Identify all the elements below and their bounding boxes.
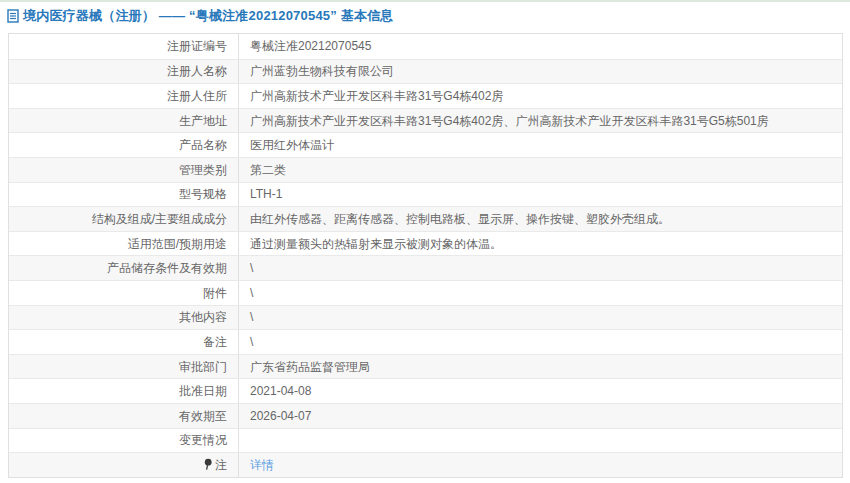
- table-row: 型号规格LTH-1: [9, 182, 842, 207]
- table-row: 注册证编号粤械注准20212070545: [9, 34, 842, 59]
- row-label-text: 注册人住所: [167, 90, 227, 102]
- row-label: 管理类别: [9, 158, 239, 182]
- row-value: LTH-1: [239, 188, 842, 200]
- row-label: 审批部门: [9, 355, 239, 379]
- pin-icon: [203, 458, 213, 471]
- row-label-text: 注册证编号: [167, 40, 227, 52]
- row-value: 广州高新技术产业开发区科丰路31号G4栋402房: [239, 90, 842, 102]
- page-header: 境内医疗器械（注册） —— “粤械注准20212070545” 基本信息: [7, 7, 394, 25]
- table-row: 审批部门广东省药品监督管理局: [9, 354, 842, 379]
- table-row: 备注\: [9, 329, 842, 354]
- table-row: 适用范围/预期用途通过测量额头的热辐射来显示被测对象的体温。: [9, 231, 842, 256]
- row-label: 生产地址: [9, 109, 239, 133]
- row-value: \: [239, 287, 842, 299]
- detail-link[interactable]: 详情: [250, 459, 274, 471]
- row-value: 通过测量额头的热辐射来显示被测对象的体温。: [239, 238, 842, 250]
- row-label: 注册人住所: [9, 84, 239, 108]
- row-label: 备注: [9, 330, 239, 354]
- row-label-text: 附件: [203, 287, 227, 299]
- table-row: 变更情况: [9, 428, 842, 453]
- row-value: 2026-04-07: [239, 410, 842, 422]
- table-row: 注详情: [9, 452, 842, 477]
- table-row: 附件\: [9, 280, 842, 305]
- row-label: 批准日期: [9, 379, 239, 403]
- table-row: 注册人名称广州蓝勃生物科技有限公司: [9, 59, 842, 84]
- row-label: 变更情况: [9, 429, 239, 453]
- table-row: 产品储存条件及有效期\: [9, 255, 842, 280]
- row-label-text: 型号规格: [179, 188, 227, 200]
- row-label-text: 备注: [203, 336, 227, 348]
- table-row: 生产地址广州高新技术产业开发区科丰路31号G4栋402房、广州高新技术产业开发区…: [9, 108, 842, 133]
- table-row: 批准日期2021-04-08: [9, 378, 842, 403]
- row-label-text: 产品名称: [179, 139, 227, 151]
- row-value: 第二类: [239, 164, 842, 176]
- row-value: 详情: [239, 459, 842, 471]
- table-row: 管理类别第二类: [9, 157, 842, 182]
- device-registration-page: 境内医疗器械（注册） —— “粤械注准20212070545” 基本信息 注册证…: [0, 0, 850, 483]
- info-table: 注册证编号粤械注准20212070545注册人名称广州蓝勃生物科技有限公司注册人…: [8, 33, 843, 478]
- row-label: 注: [9, 453, 239, 477]
- row-value: 医用红外体温计: [239, 139, 842, 151]
- row-label: 结构及组成/主要组成成分: [9, 207, 239, 231]
- row-label: 产品储存条件及有效期: [9, 256, 239, 280]
- row-label-text: 其他内容: [179, 311, 227, 323]
- row-label: 注册证编号: [9, 34, 239, 59]
- row-value: 由红外传感器、距离传感器、控制电路板、显示屏、操作按键、塑胶外壳组成。: [239, 213, 842, 225]
- document-icon: [7, 9, 19, 23]
- row-label: 产品名称: [9, 133, 239, 157]
- page-top-border: [0, 0, 850, 2]
- row-label-text: 结构及组成/主要组成成分: [92, 213, 227, 225]
- row-label: 有效期至: [9, 404, 239, 428]
- row-label-text: 有效期至: [179, 410, 227, 422]
- table-row: 结构及组成/主要组成成分由红外传感器、距离传感器、控制电路板、显示屏、操作按键、…: [9, 206, 842, 231]
- row-value: \: [239, 311, 842, 323]
- row-label: 注册人名称: [9, 60, 239, 84]
- row-label: 其他内容: [9, 306, 239, 330]
- row-value: \: [239, 336, 842, 348]
- row-value: 广州蓝勃生物科技有限公司: [239, 65, 842, 77]
- row-value: \: [239, 262, 842, 274]
- table-row: 产品名称医用红外体温计: [9, 132, 842, 157]
- row-label-text: 产品储存条件及有效期: [107, 262, 227, 274]
- page-title: 境内医疗器械（注册） —— “粤械注准20212070545” 基本信息: [23, 7, 394, 25]
- row-label-text: 审批部门: [179, 361, 227, 373]
- table-row: 有效期至2026-04-07: [9, 403, 842, 428]
- row-label-text: 管理类别: [179, 164, 227, 176]
- row-label-text: 适用范围/预期用途: [128, 238, 227, 250]
- row-label-text: 批准日期: [179, 385, 227, 397]
- row-label: 适用范围/预期用途: [9, 232, 239, 256]
- row-value: 粤械注准20212070545: [239, 40, 842, 52]
- row-label: 型号规格: [9, 183, 239, 207]
- row-label-text: 变更情况: [179, 434, 227, 446]
- row-value: 广州高新技术产业开发区科丰路31号G4栋402房、广州高新技术产业开发区科丰路3…: [239, 115, 842, 127]
- row-label: 附件: [9, 281, 239, 305]
- row-value: 2021-04-08: [239, 385, 842, 397]
- table-row: 其他内容\: [9, 305, 842, 330]
- table-row: 注册人住所广州高新技术产业开发区科丰路31号G4栋402房: [9, 83, 842, 108]
- row-label-text: 注: [215, 459, 227, 471]
- row-label-text: 生产地址: [179, 115, 227, 127]
- row-label-text: 注册人名称: [167, 65, 227, 77]
- row-value: 广东省药品监督管理局: [239, 361, 842, 373]
